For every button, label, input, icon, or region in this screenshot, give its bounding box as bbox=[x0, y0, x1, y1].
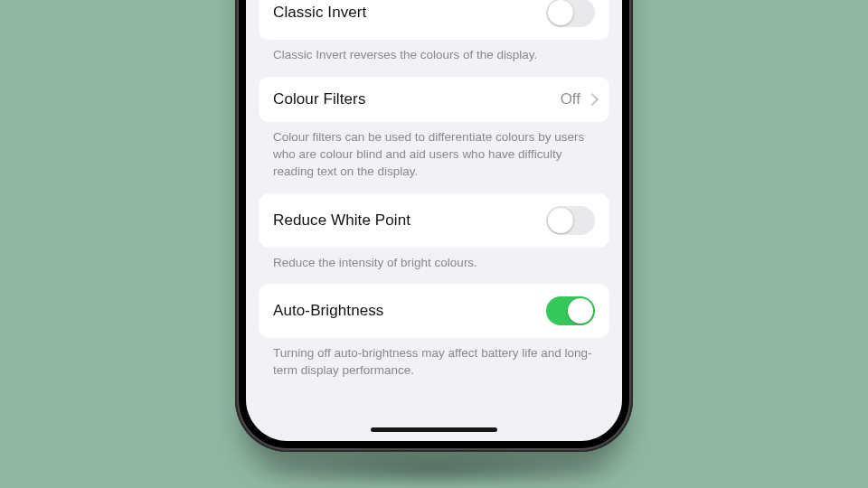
footer-colour-filters: Colour filters can be used to differenti… bbox=[259, 122, 609, 181]
switch-auto-brightness[interactable] bbox=[546, 296, 595, 325]
phone-frame: Classic Invert Classic Invert reverses t… bbox=[235, 0, 633, 452]
group-colour-filters: Colour Filters Off Colour filters can be… bbox=[259, 77, 609, 181]
chevron-right-icon bbox=[588, 93, 595, 106]
row-title-classic-invert: Classic Invert bbox=[273, 4, 366, 22]
row-value-colour-filters: Off bbox=[561, 90, 580, 108]
settings-scroll-area[interactable]: Classic Invert Classic Invert reverses t… bbox=[246, 0, 622, 416]
footer-auto-brightness: Turning off auto-brightness may affect b… bbox=[259, 338, 609, 380]
group-classic-invert: Classic Invert Classic Invert reverses t… bbox=[259, 0, 609, 64]
switch-classic-invert[interactable] bbox=[546, 0, 595, 27]
switch-knob-icon bbox=[548, 0, 573, 25]
phone-shadow bbox=[244, 452, 624, 488]
footer-classic-invert: Classic Invert reverses the colours of t… bbox=[259, 40, 609, 64]
switch-knob-icon bbox=[568, 298, 593, 324]
row-classic-invert[interactable]: Classic Invert bbox=[259, 0, 609, 40]
switch-reduce-white-point[interactable] bbox=[546, 206, 595, 235]
home-indicator-icon[interactable] bbox=[371, 427, 497, 432]
group-auto-brightness: Auto-Brightness Turning off auto-brightn… bbox=[259, 284, 609, 380]
row-auto-brightness[interactable]: Auto-Brightness bbox=[259, 284, 609, 338]
row-reduce-white-point[interactable]: Reduce White Point bbox=[259, 193, 609, 248]
phone-screen: Classic Invert Classic Invert reverses t… bbox=[246, 0, 622, 441]
row-right-colour-filters: Off bbox=[561, 90, 595, 108]
footer-reduce-white-point: Reduce the intensity of bright colours. bbox=[259, 248, 609, 272]
row-title-colour-filters: Colour Filters bbox=[273, 90, 365, 108]
row-title-reduce-white-point: Reduce White Point bbox=[273, 211, 410, 230]
row-title-auto-brightness: Auto-Brightness bbox=[273, 302, 383, 320]
row-colour-filters[interactable]: Colour Filters Off bbox=[259, 77, 609, 122]
switch-knob-icon bbox=[548, 208, 573, 233]
group-reduce-white-point: Reduce White Point Reduce the intensity … bbox=[259, 193, 609, 272]
